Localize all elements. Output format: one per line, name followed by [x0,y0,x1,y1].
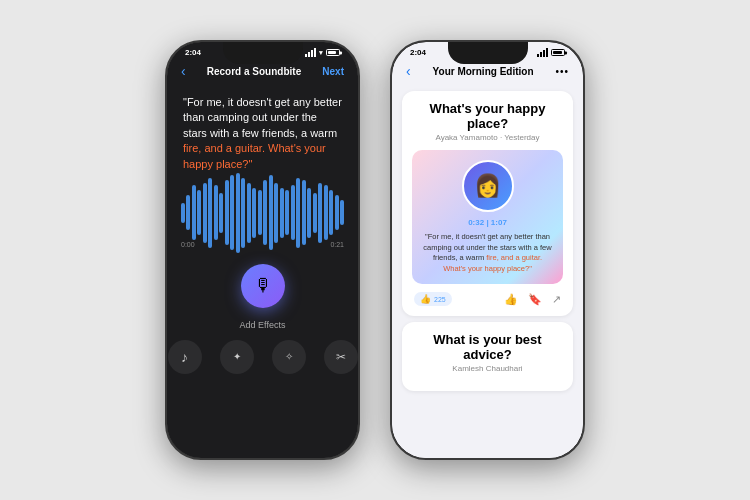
question-meta-2: Kamlesh Chaudhari [412,364,563,373]
record-button[interactable]: 🎙 [241,264,285,308]
back-button-1[interactable]: ‹ [181,63,186,79]
next-button[interactable]: Next [322,66,344,77]
soundbite-quote: "For me, it doesn't get any better than … [422,232,553,274]
effects-row: ♪ ✦ ✧ ✂ [167,336,358,384]
more-menu-button[interactable]: ••• [555,66,569,77]
waveform-container: 0:00 0:21 [167,180,358,252]
effect-cut[interactable]: ✂ [324,340,358,374]
question-title-1: What's your happy place? [412,101,563,131]
like-icon: 👍 [420,294,431,304]
avatar: 👩 [462,160,514,212]
thumbs-up-icon[interactable]: 👍 [504,293,518,306]
like-count-bubble[interactable]: 👍 225 [414,292,452,306]
like-count: 225 [434,296,446,303]
notch-2 [448,42,528,64]
mic-icon: 🎙 [254,275,272,296]
time-start: 0:00 [181,241,195,248]
reactions-row: 👍 225 👍 🔖 ↗ [412,292,563,306]
screen-title-2: Your Morning Edition [433,66,534,77]
effects-label: Add Effects [167,316,358,336]
screen-title-1: Record a Soundbite [207,66,301,77]
scroll-content: What's your happy place? Ayaka Yamamoto … [392,85,583,458]
play-time: 0:32 | 1:07 [422,218,553,227]
soundbite-card: 👩 0:32 | 1:07 "For me, it doesn't get an… [412,150,563,284]
share-icon[interactable]: ↗ [552,293,561,306]
effect-music[interactable]: ♪ [168,340,202,374]
record-btn-area: 🎙 [167,252,358,316]
signal-icon [305,48,316,57]
signal-icon-2 [537,48,548,57]
status-time-1: 2:04 [185,48,201,57]
question-card-2: What is your best advice? Kamlesh Chaudh… [402,322,573,391]
question-meta-1: Ayaka Yamamoto · Yesterday [412,133,563,142]
status-icons-2 [537,48,565,57]
bookmark-icon[interactable]: 🔖 [528,293,542,306]
time-end: 0:21 [330,241,344,248]
battery-icon-2 [551,49,565,56]
battery-icon [326,49,340,56]
avatar-icon: 👩 [474,173,501,199]
effect-sparkle[interactable]: ✧ [272,340,306,374]
back-button-2[interactable]: ‹ [406,63,411,79]
phone-morning-edition: 2:04 ‹ Your Morning Ed [390,40,585,460]
wifi-icon: ▾ [319,49,323,57]
effect-tune[interactable]: ✦ [220,340,254,374]
question-card-1: What's your happy place? Ayaka Yamamoto … [402,91,573,316]
question-title-2: What is your best advice? [412,332,563,362]
notch [223,42,303,64]
waveform [181,188,344,238]
prompt-text: "For me, it doesn't get any better than … [167,85,358,180]
status-time-2: 2:04 [410,48,426,57]
action-icons: 👍 🔖 ↗ [504,293,561,306]
status-icons-1: ▾ [305,48,340,57]
phone-record-soundbite: 2:04 ▾ ‹ Rec [165,40,360,460]
